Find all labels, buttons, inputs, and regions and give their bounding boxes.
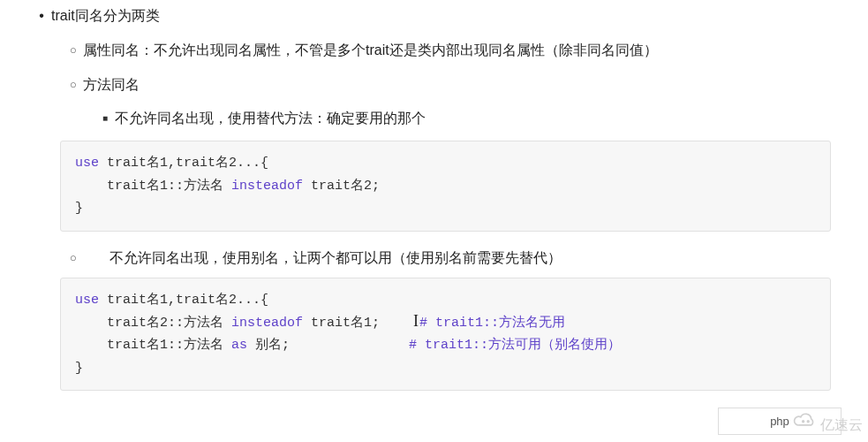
- list-item: 属性同名：不允许出现同名属性，不管是多个trait还是类内部出现同名属性（除非同…: [64, 38, 857, 64]
- code-text: trait名1::方法名: [75, 338, 231, 353]
- svg-point-1: [807, 420, 810, 423]
- code-text: }: [75, 361, 83, 376]
- code-keyword: insteadof: [231, 179, 303, 194]
- code-keyword: use: [75, 293, 99, 308]
- code-text: }: [75, 201, 83, 216]
- list-item: 方法同名: [64, 72, 857, 98]
- cloud-icon: [792, 412, 817, 438]
- language-tag-text: php: [770, 415, 789, 428]
- code-text: trait名2::方法名: [75, 316, 231, 331]
- code-text: trait名1::方法名: [75, 179, 231, 194]
- document-content: trait同名分为两类 属性同名：不允许出现同名属性，不管是多个trait还是类…: [0, 0, 868, 391]
- list-item-text: trait同名分为两类: [51, 8, 160, 23]
- code-text: trait名1;: [303, 316, 419, 331]
- code-keyword: insteadof: [231, 316, 303, 331]
- list-item-text: 不允许同名出现，使用替代方法：确定要用的那个: [115, 110, 426, 126]
- list-item: 不允许同名出现，使用别名，让两个都可以用（使用别名前需要先替代）: [64, 246, 857, 271]
- list-item-text: 方法同名: [83, 77, 140, 92]
- watermark-text: 亿速云: [820, 413, 863, 438]
- list-item-text: 属性同名：不允许出现同名属性，不管是多个trait还是类内部出现同名属性（除非同…: [83, 42, 658, 57]
- list-item: 不允许同名出现，使用替代方法：确定要用的那个: [95, 106, 857, 132]
- list-item: trait同名分为两类: [32, 4, 857, 29]
- svg-point-0: [802, 420, 804, 423]
- code-comment: # trait1::方法可用（别名使用）: [409, 338, 621, 353]
- code-keyword: use: [75, 156, 99, 171]
- watermark: 亿速云: [792, 412, 863, 438]
- code-block-1: use trait名1,trait名2...{ trait名1::方法名 ins…: [60, 141, 831, 232]
- list-item-text: 不允许同名出现，使用别名，让两个都可以用（使用别名前需要先替代）: [83, 246, 562, 271]
- code-text: 别名;: [247, 338, 409, 353]
- code-keyword: as: [231, 338, 247, 353]
- outer-list: trait同名分为两类 属性同名：不允许出现同名属性，不管是多个trait还是类…: [11, 4, 857, 132]
- mid-list: 不允许同名出现，使用别名，让两个都可以用（使用别名前需要先替代）: [11, 246, 857, 271]
- code-block-2: use trait名1,trait名2...{ trait名2::方法名 ins…: [60, 278, 831, 391]
- code-text: trait名1,trait名2...{: [99, 156, 268, 171]
- code-text: trait名1,trait名2...{: [99, 293, 268, 308]
- code-comment: # trait1::方法名无用: [419, 316, 565, 331]
- code-text: trait名2;: [303, 179, 380, 194]
